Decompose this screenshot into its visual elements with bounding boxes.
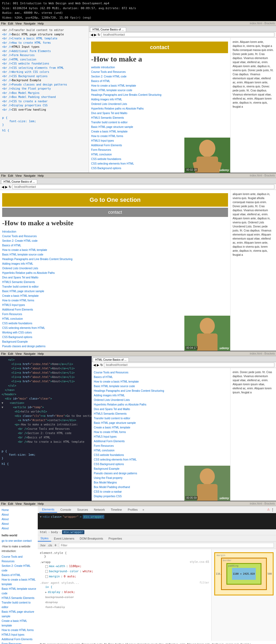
menu-help[interactable]: Help (38, 22, 44, 25)
nav-link[interactable]: HTML5 Input types (2, 303, 228, 307)
nav-link[interactable]: Basics of HTML (2, 243, 228, 248)
refresh-btn-3[interactable]: ↻ (100, 363, 103, 367)
nav-link[interactable]: Hyperlinks Relative paths vs Absolute Pa… (94, 402, 228, 407)
nav-link[interactable]: How to create a basic HTML template (94, 379, 228, 384)
nav-link[interactable]: CSS selecting elements from HTML (94, 457, 228, 462)
nav-link[interactable]: How to create HTML forms (2, 298, 228, 303)
menu-bar-frame3[interactable]: File Edit View Navigate Help index.html … (0, 351, 276, 356)
menu-navigate-3[interactable]: Navigate (24, 352, 35, 355)
nav-link[interactable]: Basic HTML page structure sample (94, 421, 228, 425)
nav-link[interactable]: HTML5 Semantic Elements (94, 411, 228, 416)
devtools-tab-network[interactable]: Network (91, 507, 108, 512)
devtools-tab-sources[interactable]: Sources (74, 507, 91, 512)
menu-file-3[interactable]: File (1, 352, 6, 355)
nav-link[interactable]: Transfer build content to editor (94, 416, 228, 421)
forward-btn[interactable]: ▶ (94, 33, 96, 37)
devtools-add-rule-btn[interactable]: + (54, 543, 57, 548)
menu-view[interactable]: View (15, 22, 22, 25)
nav-link[interactable]: website introduction (91, 65, 228, 70)
nav-link[interactable]: Adding images info HTML (91, 97, 228, 102)
menu-help-4[interactable]: Help (38, 502, 44, 505)
breadcrumb-html[interactable]: html (40, 530, 47, 534)
site-nav-about2[interactable]: About (2, 517, 36, 522)
nav-link[interactable]: Basic HTML template source code (2, 252, 228, 257)
nav-link[interactable]: Ordered Lists Unordered Lists (94, 398, 228, 402)
devtools-sub-tab-event[interactable]: Event Listeners (51, 536, 77, 541)
prop-checkbox[interactable] (45, 565, 48, 568)
nav-link[interactable]: Adding images info HTML (94, 393, 228, 398)
nav-link[interactable]: How to create a basic HTML template (2, 248, 228, 252)
back-btn-3[interactable]: ◀ (93, 363, 96, 367)
back-btn-2[interactable]: ◀ (2, 185, 4, 189)
nav-link[interactable]: Section 2: Create HTML code (91, 74, 228, 79)
nav-link[interactable]: Course Tools and Resources (94, 370, 228, 375)
address-input-frame3[interactable]: localhost/#contact (104, 363, 274, 367)
nav-link[interactable]: Ordered Lists Unordered Lists (91, 102, 228, 106)
site-nav-about[interactable]: About (2, 512, 36, 517)
menu-file[interactable]: File (1, 22, 6, 25)
browser-tab-frame1[interactable]: HTML Course Basics of ... (90, 27, 126, 32)
contact-button-frame2[interactable]: contact (2, 208, 228, 217)
devtools-sub-tab-styles[interactable]: Styles (38, 536, 51, 541)
nav-link[interactable]: Adding images info HTML (2, 261, 228, 266)
devtools-cls-icon[interactable]: .cls (48, 544, 52, 547)
menu-view-2[interactable]: View (15, 174, 22, 177)
forward-btn-2[interactable]: ▶ (5, 185, 8, 189)
nav-link[interactable]: Basics of HTML (94, 375, 228, 379)
menu-help-3[interactable]: Help (38, 352, 44, 355)
nav-link[interactable]: HTML5 Input types (94, 434, 228, 439)
address-input-frame2[interactable]: localhost/#contact (12, 185, 274, 189)
devtools-tab-timeline[interactable]: Timeline (108, 507, 125, 512)
code-editor-frame3[interactable]: <ul> <li><a href="index.html">Home</a></… (0, 356, 92, 501)
nav-link[interactable]: Create a basic HTML template (91, 129, 228, 134)
tab-item-frame2[interactable]: HTML Course Basics of ... (1, 179, 37, 184)
nav-link[interactable]: Additional Form Elements (94, 439, 228, 444)
nav-link[interactable]: Create a basic HTML template (94, 425, 228, 430)
nav-link[interactable]: HTML5 Semantic Elements (2, 280, 228, 284)
nav-link[interactable]: HTML conclusion (94, 448, 228, 453)
nav-link[interactable]: Hyperlinks Relative paths vs Absolute Pa… (2, 271, 228, 275)
devtools-hover-icon[interactable]: :hov (40, 544, 46, 547)
site-nav-about4[interactable]: About (2, 526, 36, 531)
nav-link[interactable]: Basic HTML page structure sample (2, 289, 228, 294)
site-nav-about3[interactable]: About (2, 522, 36, 526)
nav-link[interactable]: Divs and Spans Tel and Mailto (2, 275, 228, 280)
nav-link[interactable]: Hyperlinks Relative paths vs Absolute Pa… (91, 106, 228, 111)
nav-link[interactable]: Ordered Lists Unordered Lists (2, 266, 228, 271)
nav-link[interactable]: Transfer build content to editor (91, 120, 228, 125)
refresh-btn-2[interactable]: ↻ (9, 185, 11, 189)
nav-link[interactable]: Divs and Spans Tel and Mailto (91, 111, 228, 115)
devtools-tab-more[interactable]: » (141, 507, 146, 512)
nav-link[interactable]: Create a basic HTML template (2, 294, 228, 298)
breadcrumb-body[interactable]: body (51, 530, 58, 534)
menu-bar[interactable]: File Edit View Navigate Help index.html … (0, 21, 276, 26)
nav-link[interactable]: Headings Paragraphs and Line Breaks Cont… (91, 93, 228, 97)
devtools-tab-console[interactable]: Console (58, 507, 74, 512)
nav-link[interactable]: Headings Paragraphs and Line Breaks Cont… (94, 389, 228, 393)
nav-link[interactable]: Form Resources (94, 444, 228, 448)
menu-edit-3[interactable]: Edit (8, 352, 13, 355)
nav-link[interactable]: Course Tools and Resources (91, 70, 228, 74)
go-to-one-section-button[interactable]: Go to One section (2, 193, 228, 207)
nav-link[interactable]: How to create a basic HTML template (91, 83, 228, 88)
prop-checkbox-3[interactable] (45, 575, 48, 578)
devtools-sub-tab-dom[interactable]: DOM Breakpoints (77, 536, 106, 541)
site-go-one-section[interactable]: go to one section contact (2, 539, 36, 543)
breadcrumb-div-wrapper[interactable]: div.wrapper (62, 530, 84, 534)
tab-item-frame3[interactable]: HTML Course Basics of ... (93, 357, 129, 362)
code-editor-frame1[interactable]: <br />Transfer build content to editor <… (0, 26, 89, 173)
nav-link[interactable]: Introduction (2, 229, 228, 234)
menu-file-4[interactable]: File (1, 502, 6, 505)
nav-link[interactable]: Basic HTML page structure sample (91, 125, 228, 129)
devtools-tab-profiles[interactable]: Profiles (125, 507, 140, 512)
menu-view-3[interactable]: View (15, 352, 22, 355)
devtools-icon-settings[interactable]: ⋮ (271, 507, 274, 512)
nav-link[interactable]: Headings Paragraphs and Line Breaks Cont… (2, 257, 228, 261)
forward-btn-3[interactable]: ▶ (97, 363, 99, 367)
nav-link[interactable]: Course Tools and Resources (2, 234, 228, 238)
nav-link[interactable]: CSS website foundations (94, 453, 228, 457)
devtools-sub-tab-props[interactable]: Properties (106, 536, 125, 541)
address-input-frame1[interactable]: localhost/#contact (101, 32, 274, 37)
menu-view-4[interactable]: View (15, 502, 22, 505)
back-btn[interactable]: ◀ (91, 33, 93, 37)
